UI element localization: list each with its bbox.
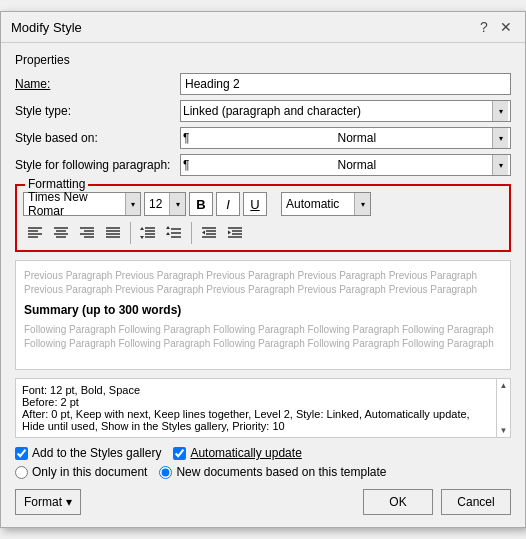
preview-current: Summary (up to 300 words) xyxy=(24,303,502,317)
formatting-label: Formatting xyxy=(25,177,88,191)
style-type-row: Style type: Linked (paragraph and charac… xyxy=(15,100,511,122)
close-button[interactable]: ✕ xyxy=(497,18,515,36)
preview-previous: Previous Paragraph Previous Paragraph Pr… xyxy=(24,269,502,297)
add-to-gallery-label: Add to the Styles gallery xyxy=(32,446,161,460)
indent-increase-button[interactable] xyxy=(223,221,247,245)
format-label: Format xyxy=(24,495,62,509)
para-icon: ¶ xyxy=(183,131,338,145)
style-following-arrow: ▾ xyxy=(492,155,508,175)
style-following-label: Style for following paragraph: xyxy=(15,158,180,172)
dialog-content: Properties Name: Style type: Linked (par… xyxy=(1,43,525,527)
auto-update-checkbox-label[interactable]: Automatically update xyxy=(173,446,301,460)
indent-decrease-icon xyxy=(201,226,217,240)
align-left-button[interactable] xyxy=(23,221,47,245)
preview-following: Following Paragraph Following Paragraph … xyxy=(24,323,502,351)
scroll-up-icon[interactable]: ▲ xyxy=(500,381,508,390)
size-select[interactable]: 12 ▾ xyxy=(144,192,186,216)
new-docs-radio[interactable] xyxy=(159,466,172,479)
align-divider1 xyxy=(130,222,131,244)
format-button[interactable]: Format ▾ xyxy=(15,489,81,515)
style-type-select[interactable]: Linked (paragraph and character) ▾ xyxy=(180,100,511,122)
indent-decrease-button[interactable] xyxy=(197,221,221,245)
align-justify-icon xyxy=(105,226,121,240)
cancel-button[interactable]: Cancel xyxy=(441,489,511,515)
properties-label: Properties xyxy=(15,53,511,67)
modify-style-dialog: Modify Style ? ✕ Properties Name: Style … xyxy=(0,11,526,528)
size-value: 12 xyxy=(145,197,169,211)
bold-button[interactable]: B xyxy=(189,192,213,216)
scroll-down-icon[interactable]: ▼ xyxy=(500,426,508,435)
name-label: Name: xyxy=(15,77,180,91)
checkbox-row: Add to the Styles gallery Automatically … xyxy=(15,446,511,460)
ok-button[interactable]: OK xyxy=(363,489,433,515)
buttons-row: Format ▾ OK Cancel xyxy=(15,489,511,515)
preview-box: Previous Paragraph Previous Paragraph Pr… xyxy=(15,260,511,370)
indent-increase-icon xyxy=(227,226,243,240)
radio-row: Only in this document New documents base… xyxy=(15,465,511,479)
description-box: Font: 12 pt, Bold, Space Before: 2 pt Af… xyxy=(15,378,511,438)
style-based-value: Normal xyxy=(338,131,493,145)
new-docs-label: New documents based on this template xyxy=(176,465,386,479)
style-following-row: Style for following paragraph: ¶ Normal … xyxy=(15,154,511,176)
align-justify-button[interactable] xyxy=(101,221,125,245)
description-scrollbar[interactable]: ▲ ▼ xyxy=(496,379,510,437)
style-based-arrow: ▾ xyxy=(492,128,508,148)
style-following-select[interactable]: ¶ Normal ▾ xyxy=(180,154,511,176)
line-spacing-icon xyxy=(140,226,156,240)
underline-button[interactable]: U xyxy=(243,192,267,216)
svg-marker-21 xyxy=(140,236,144,239)
paragraph-spacing-button[interactable] xyxy=(162,221,186,245)
align-center-button[interactable] xyxy=(49,221,73,245)
line-spacing-button[interactable] xyxy=(136,221,160,245)
new-docs-radio-label[interactable]: New documents based on this template xyxy=(159,465,386,479)
para-icon2: ¶ xyxy=(183,158,338,172)
align-right-button[interactable] xyxy=(75,221,99,245)
style-type-value: Linked (paragraph and character) xyxy=(183,104,492,118)
style-following-value: Normal xyxy=(338,158,493,172)
svg-marker-25 xyxy=(166,226,170,229)
ok-cancel-group: OK Cancel xyxy=(363,489,511,515)
size-arrow: ▾ xyxy=(169,193,185,215)
style-based-select[interactable]: ¶ Normal ▾ xyxy=(180,127,511,149)
format-row: Times New Romar ▾ 12 ▾ B I U Automatic ▾ xyxy=(23,192,503,216)
font-arrow: ▾ xyxy=(125,193,140,215)
paragraph-spacing-icon xyxy=(166,226,182,240)
style-type-arrow: ▾ xyxy=(492,101,508,121)
auto-update-label: Automatically update xyxy=(190,446,301,460)
font-value: Times New Romar xyxy=(24,190,125,218)
only-this-doc-radio-label[interactable]: Only in this document xyxy=(15,465,147,479)
color-value: Automatic xyxy=(282,197,354,211)
svg-marker-26 xyxy=(166,232,170,235)
style-based-label: Style based on: xyxy=(15,131,180,145)
italic-button[interactable]: I xyxy=(216,192,240,216)
align-left-icon xyxy=(27,226,43,240)
only-this-doc-label: Only in this document xyxy=(32,465,147,479)
align-right-icon xyxy=(79,226,95,240)
align-center-icon xyxy=(53,226,69,240)
formatting-section: Formatting Times New Romar ▾ 12 ▾ B I U … xyxy=(15,184,511,252)
name-row: Name: xyxy=(15,73,511,95)
font-select[interactable]: Times New Romar ▾ xyxy=(23,192,141,216)
title-bar: Modify Style ? ✕ xyxy=(1,12,525,43)
color-arrow: ▾ xyxy=(354,193,370,215)
align-row xyxy=(23,221,503,245)
dialog-title: Modify Style xyxy=(11,20,82,35)
help-button[interactable]: ? xyxy=(475,18,493,36)
title-bar-controls: ? ✕ xyxy=(475,18,515,36)
format-arrow-icon: ▾ xyxy=(66,495,72,509)
add-to-gallery-checkbox-label[interactable]: Add to the Styles gallery xyxy=(15,446,161,460)
style-type-label: Style type: xyxy=(15,104,180,118)
svg-marker-31 xyxy=(202,231,205,235)
align-divider2 xyxy=(191,222,192,244)
svg-marker-36 xyxy=(228,231,231,235)
properties-section: Properties Name: Style type: Linked (par… xyxy=(15,53,511,176)
style-based-row: Style based on: ¶ Normal ▾ xyxy=(15,127,511,149)
svg-marker-20 xyxy=(140,227,144,230)
description-text: Font: 12 pt, Bold, Space Before: 2 pt Af… xyxy=(22,384,488,432)
add-to-gallery-checkbox[interactable] xyxy=(15,447,28,460)
only-this-doc-radio[interactable] xyxy=(15,466,28,479)
auto-update-checkbox[interactable] xyxy=(173,447,186,460)
name-input[interactable] xyxy=(180,73,511,95)
color-select[interactable]: Automatic ▾ xyxy=(281,192,371,216)
